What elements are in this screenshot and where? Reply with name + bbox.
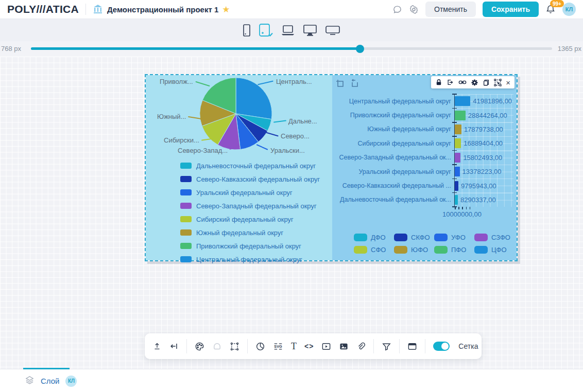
bar-legend-item[interactable]: ЮФО [394, 246, 428, 254]
slider-handle[interactable] [356, 45, 364, 53]
code-icon[interactable]: <> [304, 342, 314, 350]
legend-label: Центральный федеральный округ [196, 256, 302, 263]
comments-icon[interactable] [392, 5, 402, 14]
bar[interactable] [455, 138, 461, 148]
cancel-button[interactable]: Отменить [425, 2, 476, 17]
panel-frame-actions [335, 79, 361, 91]
lock-icon[interactable] [435, 79, 442, 86]
legend-label: Северо-Западный федеральный округ [196, 202, 317, 210]
bar-legend-item[interactable]: УФО [434, 234, 468, 241]
upload-icon[interactable] [152, 342, 162, 351]
legend-swatch [474, 246, 488, 254]
device-laptop-icon[interactable] [281, 25, 295, 36]
export-icon[interactable] [447, 79, 454, 86]
bar[interactable] [455, 124, 461, 134]
bar-row: Южный федеральный округ17879738,00 [332, 122, 513, 136]
collapse-left-icon[interactable] [169, 342, 179, 351]
bar-legend-item[interactable]: СКФО [394, 234, 428, 241]
legend-label: Дальневосточный федеральный округ [196, 162, 316, 170]
pie-legend-item[interactable]: Северо-Западный федеральный округ [180, 199, 320, 212]
bar[interactable] [455, 96, 470, 106]
grid-toggle[interactable] [433, 342, 450, 351]
legend-swatch [180, 256, 192, 262]
bar-value-label: 28844264,00 [468, 112, 507, 119]
bar-value-label: 13378223,00 [462, 168, 502, 175]
tab-layer[interactable]: Слой [41, 377, 59, 385]
pie-callout-label: Северо... [281, 132, 310, 140]
header-actions: Отменить Сохранить 99+ КЛ [392, 2, 576, 17]
link-attach-icon[interactable] [356, 342, 366, 351]
slider-track[interactable] [31, 47, 552, 50]
legend-label: ПФО [451, 246, 466, 254]
pie-callout-label: Уральски... [270, 147, 305, 154]
bar-legend-item[interactable]: ДФО [354, 234, 388, 241]
container-icon[interactable] [212, 342, 222, 351]
pie-slice[interactable] [236, 78, 272, 119]
text-icon[interactable]: T [291, 341, 297, 352]
legend-swatch [180, 203, 192, 209]
gear-icon[interactable] [471, 79, 478, 86]
legend-swatch [394, 246, 407, 254]
project-title[interactable]: Демонстрационный проект 1 [107, 5, 218, 14]
polymatica-dashboard-editor: POLY///ATICA Демонстрационный проект 1 ★… [0, 0, 583, 392]
bar-legend-item[interactable]: ПФО [434, 246, 468, 254]
settings-gear-icon[interactable] [409, 5, 419, 14]
notifications-bell[interactable]: 99+ [545, 4, 556, 14]
slider-max-label: 1365 px [558, 45, 581, 52]
chart-icon[interactable] [255, 342, 265, 351]
legend-swatch [394, 234, 407, 241]
pie-legend-item[interactable]: Уральский федеральный округ [180, 186, 320, 199]
pie-legend-item[interactable]: Приволжский федеральный округ [180, 239, 320, 253]
copy-icon[interactable] [483, 79, 490, 86]
user-avatar[interactable]: КЛ [562, 3, 576, 16]
pie-legend-item[interactable]: Сибирский федеральный округ [180, 212, 320, 226]
palette-icon[interactable] [195, 342, 204, 351]
pie-chart-panel[interactable]: Централь... Дальне... Северо... Уральски… [146, 75, 332, 260]
bar-legend-item[interactable]: СФО [354, 246, 388, 254]
bar-row: Сибирский федеральный округ16889404,00 [332, 136, 513, 150]
bar-value-label: 9795943,00 [461, 182, 496, 190]
bar-category-label: Южный федеральный округ [332, 126, 454, 133]
bar[interactable] [455, 195, 458, 205]
dashboard-canvas[interactable]: Централь... Дальне... Северо... Уральски… [0, 57, 583, 369]
svg-icon[interactable]: SVG [273, 342, 283, 351]
bar-row: Центральный федеральный округ41981896,00 [332, 94, 513, 108]
pie-legend-item[interactable]: Южный федеральный округ [180, 226, 320, 239]
bar[interactable] [455, 111, 466, 120]
bar-chart-panel[interactable]: Центральный федеральный округ41981896,00… [332, 75, 517, 260]
back-frame-icon[interactable] [350, 79, 361, 91]
bar-legend-item[interactable]: СЗФО [474, 234, 508, 241]
save-button[interactable]: Сохранить [483, 2, 539, 17]
favorite-star-icon[interactable]: ★ [222, 5, 230, 14]
device-monitor-icon[interactable] [303, 24, 317, 37]
bar-category-label: Сибирский федеральный округ [332, 140, 454, 147]
legend-label: Южный федеральный округ [196, 229, 283, 237]
bar-legend-item[interactable]: ЦФО [474, 246, 508, 254]
bar[interactable] [455, 153, 460, 163]
add-frame-icon[interactable] [335, 79, 346, 91]
close-icon[interactable]: × [506, 79, 510, 86]
bar[interactable] [455, 181, 458, 191]
header-widget-icon[interactable] [407, 342, 417, 351]
transform-icon[interactable] [494, 79, 502, 86]
bar-cell: 15802493,00 [454, 151, 513, 165]
selected-chart-widget[interactable]: Централь... Дальне... Северо... Уральски… [145, 74, 518, 261]
device-tv-icon[interactable] [325, 25, 340, 35]
pie-legend-item[interactable]: Дальневосточный федеральный округ [180, 159, 320, 172]
image-icon[interactable] [339, 342, 349, 351]
layers-icon[interactable] [25, 375, 35, 387]
bar-cell: 13378223,00 [454, 165, 513, 179]
link-icon[interactable] [458, 79, 467, 86]
video-icon[interactable] [321, 342, 331, 351]
bar[interactable] [455, 167, 460, 176]
legend-swatch [180, 243, 192, 249]
bar-category-label: Северо-Западный федеральный ок... [332, 154, 454, 161]
pie-legend-item[interactable]: Северо-Кавказский федеральный округ [180, 172, 320, 186]
device-phone-icon[interactable] [243, 24, 251, 37]
filter-icon[interactable] [382, 342, 391, 351]
legend-swatch [180, 163, 192, 169]
svg-icon-text: SVG [274, 344, 282, 349]
pie-legend-item[interactable]: Центральный федеральный округ [180, 253, 320, 266]
device-tablet-icon-selected[interactable] [259, 23, 273, 37]
select-area-icon[interactable] [230, 342, 239, 351]
